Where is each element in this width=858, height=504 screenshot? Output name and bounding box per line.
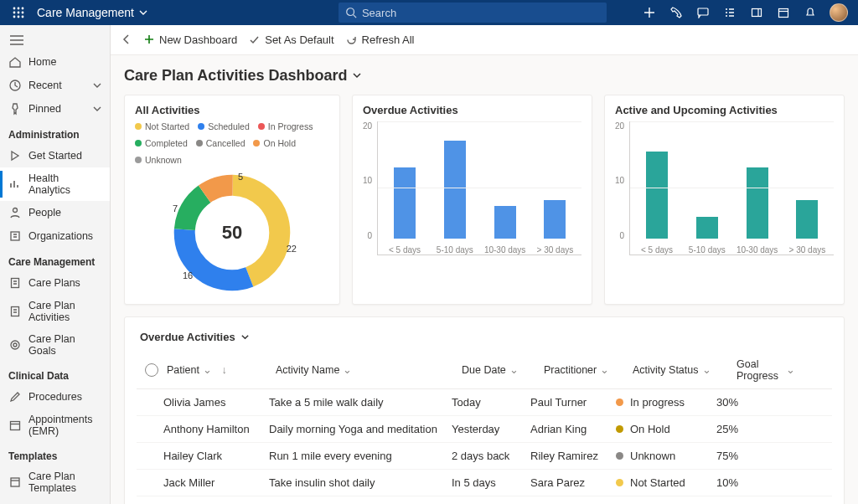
column-header-activity[interactable]: Activity Name⌄ bbox=[276, 363, 458, 376]
clock-icon bbox=[8, 79, 22, 92]
svg-rect-24 bbox=[11, 478, 19, 486]
bar-x-label: > 30 days bbox=[537, 245, 574, 255]
sidebar-item-procedures[interactable]: Procedures bbox=[0, 385, 110, 409]
legend-item: Unknown bbox=[135, 155, 182, 165]
table-row[interactable]: Anthony Hamilton Daily morning Yoga and … bbox=[137, 416, 832, 443]
sidebar: Home Recent Pinned Administration Get St… bbox=[0, 25, 111, 504]
command-bar: New Dashboard Set As Default Refresh All bbox=[111, 25, 858, 55]
card-title: Overdue Activities bbox=[363, 104, 581, 116]
sidebar-item-label: Home bbox=[28, 56, 56, 68]
bar bbox=[494, 206, 516, 239]
table-row[interactable]: John Lewis Take blood test every Sunday … bbox=[137, 496, 832, 504]
column-header-due[interactable]: Due Date⌄ bbox=[462, 363, 540, 376]
bar bbox=[394, 167, 416, 239]
svg-rect-11 bbox=[698, 8, 708, 15]
sidebar-toggle[interactable] bbox=[0, 30, 110, 50]
cell-patient: Anthony Hamilton bbox=[163, 423, 269, 435]
header-actions bbox=[642, 3, 851, 22]
cell-practitioner: Adrian King bbox=[530, 423, 616, 435]
add-icon[interactable] bbox=[642, 5, 657, 20]
set-default-button[interactable]: Set As Default bbox=[249, 33, 333, 46]
svg-point-21 bbox=[11, 341, 19, 349]
donut-label: 22 bbox=[287, 244, 297, 254]
analytics-icon bbox=[8, 177, 22, 191]
sidebar-item-care-plan-activities[interactable]: Care Plan Activities bbox=[0, 295, 110, 328]
cell-status: Unknown bbox=[616, 450, 716, 462]
sidebar-section-title: Clinical Data bbox=[0, 362, 110, 385]
home-icon bbox=[8, 55, 22, 69]
bar-x-label: 5-10 days bbox=[689, 245, 726, 255]
app-name-dropdown[interactable]: Care Management bbox=[30, 6, 154, 19]
table-title-dropdown[interactable]: Overdue Activities bbox=[137, 324, 832, 352]
sidebar-item-label: Pinned bbox=[28, 103, 61, 115]
select-all-checkbox[interactable] bbox=[145, 363, 158, 377]
refresh-button[interactable]: Refresh All bbox=[346, 33, 415, 46]
table-header: Patient⌄ ↓ Activity Name⌄ Due Date⌄ Prac… bbox=[137, 352, 832, 389]
sidebar-item-label: Appointments (EMR) bbox=[28, 414, 101, 437]
global-header: Care Management bbox=[0, 0, 858, 25]
sidebar-item-care-plan-goals[interactable]: Care Plan Goals bbox=[0, 328, 110, 362]
sidebar-item-get-started[interactable]: Get Started bbox=[0, 144, 110, 167]
back-button[interactable] bbox=[121, 33, 132, 45]
overdue-table-card: Overdue Activities Patient⌄ ↓ Activity N… bbox=[124, 316, 845, 504]
new-dashboard-button[interactable]: New Dashboard bbox=[144, 33, 237, 46]
card-overdue-activities: Overdue Activities 20100 < 5 days 5-10 d… bbox=[352, 95, 592, 305]
cell-due: 2 days back bbox=[452, 450, 530, 462]
column-header-status[interactable]: Activity Status⌄ bbox=[633, 363, 733, 376]
sidebar-item-organizations[interactable]: Organizations bbox=[0, 224, 110, 248]
sidebar-item-label: Health Analytics bbox=[28, 172, 101, 196]
sidebar-item-home[interactable]: Home bbox=[0, 50, 110, 74]
search-input[interactable] bbox=[362, 7, 580, 19]
sidebar-section-title: Care Management bbox=[0, 248, 110, 271]
sidebar-item-health-analytics[interactable]: Health Analytics bbox=[0, 167, 110, 201]
app-launcher-icon[interactable] bbox=[7, 7, 30, 18]
panel-icon[interactable] bbox=[749, 5, 764, 20]
column-header-patient[interactable]: Patient⌄ ↓ bbox=[167, 363, 272, 376]
set-default-label: Set As Default bbox=[265, 33, 333, 46]
bell-icon[interactable] bbox=[803, 5, 818, 20]
user-avatar[interactable] bbox=[830, 3, 848, 22]
task-list-icon[interactable] bbox=[722, 5, 737, 20]
cell-status: In progress bbox=[616, 396, 716, 409]
global-search[interactable] bbox=[339, 3, 607, 23]
app-name-label: Care Management bbox=[37, 6, 134, 19]
bar-chart-overdue: 20100 < 5 days 5-10 days 10-30 days > 30… bbox=[363, 121, 581, 255]
svg-rect-23 bbox=[11, 422, 20, 430]
sidebar-item-people[interactable]: People bbox=[0, 201, 110, 224]
svg-point-7 bbox=[18, 16, 20, 18]
play-icon bbox=[8, 149, 22, 162]
chevron-down-icon bbox=[93, 81, 101, 90]
donut-label: 16 bbox=[183, 270, 193, 280]
phone-icon[interactable] bbox=[669, 5, 684, 20]
svg-point-6 bbox=[13, 16, 16, 18]
sidebar-item-care-plan-templates[interactable]: Care Plan Templates bbox=[0, 465, 110, 499]
person-icon bbox=[8, 206, 22, 219]
sidebar-item-label: Organizations bbox=[28, 230, 93, 242]
calendar-icon[interactable] bbox=[776, 5, 791, 20]
table-row[interactable]: Olivia James Take a 5 mile walk daily To… bbox=[137, 389, 832, 416]
cell-activity: Take a 5 mile walk daily bbox=[269, 396, 452, 409]
sidebar-item-label: Get Started bbox=[28, 150, 82, 162]
table-row[interactable]: Hailey Clark Run 1 mile every evening 2 … bbox=[137, 443, 832, 470]
chat-icon[interactable] bbox=[695, 5, 711, 20]
cell-due: Today bbox=[452, 396, 530, 409]
cell-patient: Jack Miller bbox=[163, 476, 269, 489]
sidebar-item-recent[interactable]: Recent bbox=[0, 74, 110, 97]
bar bbox=[544, 200, 566, 239]
sidebar-item-pinned[interactable]: Pinned bbox=[0, 97, 110, 121]
donut-label: 5 bbox=[238, 172, 243, 182]
sidebar-item-care-plans[interactable]: Care Plans bbox=[0, 271, 110, 295]
svg-rect-19 bbox=[12, 279, 19, 288]
cell-patient: Olivia James bbox=[163, 396, 269, 409]
table-row[interactable]: Jack Miller Take insulin shot daily In 5… bbox=[137, 470, 832, 496]
column-header-practitioner[interactable]: Practitioner⌄ bbox=[544, 363, 629, 376]
sidebar-item-appointments-emr-[interactable]: Appointments (EMR) bbox=[0, 409, 110, 442]
card-active-upcoming: Active and Upcoming Activities 20100 < 5… bbox=[604, 95, 845, 305]
cell-status: Not Started bbox=[616, 476, 716, 489]
column-header-goal[interactable]: Goal Progress⌄ bbox=[737, 358, 795, 382]
bar-chart-active: 20100 < 5 days 5-10 days 10-30 days > 30… bbox=[615, 121, 834, 255]
bar-x-label: < 5 days bbox=[641, 245, 673, 255]
refresh-label: Refresh All bbox=[362, 33, 415, 46]
svg-point-4 bbox=[18, 12, 20, 14]
page-title[interactable]: Care Plan Activities Dashboard bbox=[124, 67, 845, 85]
